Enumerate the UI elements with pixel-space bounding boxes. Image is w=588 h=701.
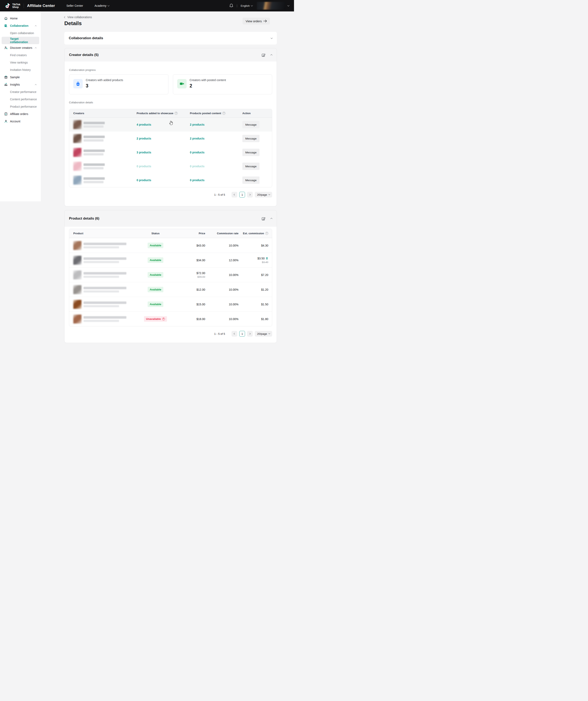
chevron-up-icon[interactable] xyxy=(271,218,273,220)
product-row[interactable]: Available $15.00 10.00% xyxy=(69,297,272,311)
question-circle-icon[interactable]: ? xyxy=(175,112,178,115)
question-circle-icon[interactable]: ? xyxy=(265,232,268,235)
creators-with-added-products-count: 3 xyxy=(86,83,123,89)
product-title-redacted xyxy=(83,257,126,263)
next-page-button[interactable] xyxy=(247,192,253,198)
current-page-button[interactable]: 1 xyxy=(239,192,245,198)
language-select[interactable]: English xyxy=(241,4,253,7)
chevron-up-icon[interactable] xyxy=(35,83,36,86)
product-row[interactable]: Unavailable ? $18.00 10.00% xyxy=(69,311,272,326)
product-row[interactable]: Available $43.00 10.00% xyxy=(69,238,272,253)
sidebar-item-product-performance[interactable]: Product performance xyxy=(0,103,41,110)
message-button[interactable]: Message xyxy=(242,177,260,184)
clipboard-icon xyxy=(4,112,8,116)
product-image xyxy=(73,256,81,265)
sidebar: Home Collaboration Open collaboration Ta… xyxy=(0,11,41,201)
chevron-down-icon[interactable] xyxy=(287,4,290,6)
view-orders-button[interactable]: View orders xyxy=(243,18,270,24)
products-added-link[interactable]: 2 products xyxy=(136,137,151,140)
products-posted-link[interactable]: 0 products xyxy=(190,165,205,168)
est-commission-cell: $1.50 xyxy=(239,303,272,306)
products-added-link[interactable]: 4 products xyxy=(136,123,151,126)
product-row[interactable]: Available $34.00 12.00% xyxy=(69,253,272,267)
sidebar-item-insights[interactable]: Insights xyxy=(0,81,41,88)
products-added-link[interactable]: 0 products xyxy=(136,165,151,168)
creator-details-body: Collaboration progress Creators with add… xyxy=(64,61,277,206)
product-details-body: Product Status Price Commission rate Est… xyxy=(64,227,277,343)
sidebar-item-discover-creators[interactable]: Discover creators xyxy=(0,44,41,51)
sidebar-item-invitation-history[interactable]: Invitation history xyxy=(0,66,41,73)
tiktok-shop-logo[interactable]: TikTok Shop xyxy=(5,3,20,9)
creator-row[interactable]: 2 products 2 products Message xyxy=(69,132,272,146)
sidebar-item-view-rankings[interactable]: View rankings xyxy=(0,59,41,66)
product-image xyxy=(73,270,81,279)
prev-page-button[interactable] xyxy=(232,331,237,336)
sidebar-item-find-creators[interactable]: Find creators xyxy=(0,51,41,59)
nav-academy[interactable]: Academy xyxy=(94,4,109,7)
products-posted-link[interactable]: 0 products xyxy=(190,179,205,182)
chevron-up-icon[interactable] xyxy=(35,24,36,27)
sidebar-item-affiliate-orders[interactable]: Affiliate orders xyxy=(0,110,41,118)
sidebar-item-open-collaboration[interactable]: Open collaboration xyxy=(0,29,41,37)
sidebar-item-collaboration[interactable]: Collaboration xyxy=(0,22,41,29)
col-products-added: Products added to showcase? xyxy=(136,112,190,115)
creator-pagination: 1 - 5 of 5 1 20/page xyxy=(69,192,272,206)
current-page-button[interactable]: 1 xyxy=(239,331,245,336)
product-image xyxy=(73,314,81,323)
sidebar-item-account[interactable]: Account xyxy=(0,118,41,125)
creator-row[interactable]: 0 products 0 products Message xyxy=(69,173,272,187)
chevron-up-icon[interactable] xyxy=(35,46,36,49)
creator-row[interactable]: 4 products 2 products Message xyxy=(69,118,272,132)
price-cell: $12.00 xyxy=(171,288,205,291)
price-cell: $34.00 xyxy=(171,259,205,262)
creator-row[interactable]: 3 products 0 products Message xyxy=(69,146,272,159)
products-posted-link[interactable]: 2 products xyxy=(190,123,205,126)
next-page-button[interactable] xyxy=(247,331,253,336)
account-avatar[interactable] xyxy=(257,2,286,10)
message-button[interactable]: Message xyxy=(242,135,260,142)
question-circle-icon[interactable]: ? xyxy=(222,112,225,115)
product-image xyxy=(73,285,81,294)
insights-chart-icon xyxy=(4,83,8,86)
app-title: Affiliate Center xyxy=(27,3,55,8)
status-badge: Available xyxy=(148,287,163,292)
sidebar-item-target-collaboration[interactable]: Target collaboration xyxy=(2,37,39,44)
message-button[interactable]: Message xyxy=(242,149,260,156)
question-circle-icon[interactable]: ? xyxy=(162,317,165,320)
creator-avatar xyxy=(73,134,81,143)
nav-seller-center[interactable]: Seller Center xyxy=(66,4,83,7)
message-button[interactable]: Message xyxy=(242,163,260,170)
prev-page-button[interactable] xyxy=(232,192,237,198)
creator-table-body: 4 products 2 products Message 2 products… xyxy=(69,118,272,187)
page-size-select[interactable]: 20/page xyxy=(255,192,272,198)
sidebar-item-sample[interactable]: Sample xyxy=(0,73,41,81)
products-added-link[interactable]: 0 products xyxy=(136,179,151,182)
col-action: Action xyxy=(242,112,272,115)
chevron-down-icon xyxy=(251,4,253,6)
collaboration-details-card[interactable]: Collaboration details xyxy=(64,32,277,44)
message-button[interactable]: Message xyxy=(242,121,260,128)
est-commission-cell: $4.30 xyxy=(239,244,272,247)
notification-bell-icon[interactable] xyxy=(229,3,233,8)
est-commission-cell: $7.20 xyxy=(239,273,272,276)
creator-row[interactable]: 0 products 0 products Message xyxy=(69,159,272,173)
home-icon xyxy=(4,17,8,20)
creator-name-redacted xyxy=(83,164,105,169)
edit-icon[interactable] xyxy=(262,217,265,221)
sidebar-item-home[interactable]: Home xyxy=(0,15,41,22)
edit-icon[interactable] xyxy=(262,53,265,57)
product-row[interactable]: Available $12.00 10.00% xyxy=(69,282,272,297)
navbar-separator: | xyxy=(237,4,238,7)
products-posted-link[interactable]: 0 products xyxy=(190,151,205,154)
top-navbar: TikTok Shop Affiliate Center Seller Cent… xyxy=(0,0,294,11)
products-posted-link[interactable]: 2 products xyxy=(190,137,205,140)
chevron-up-icon[interactable] xyxy=(271,54,273,56)
page-size-select[interactable]: 20/page xyxy=(255,331,272,336)
sidebar-item-content-performance[interactable]: Content performance xyxy=(0,95,41,103)
product-row[interactable]: Available $72.00 $99.00 10.00% xyxy=(69,267,272,282)
logo-text-line2: Shop xyxy=(12,6,20,8)
products-added-link[interactable]: 3 products xyxy=(136,151,151,154)
sidebar-item-creator-performance[interactable]: Creator performance xyxy=(0,88,41,95)
chevron-down-icon[interactable] xyxy=(271,37,273,39)
price-cell: $43.00 xyxy=(171,244,205,247)
